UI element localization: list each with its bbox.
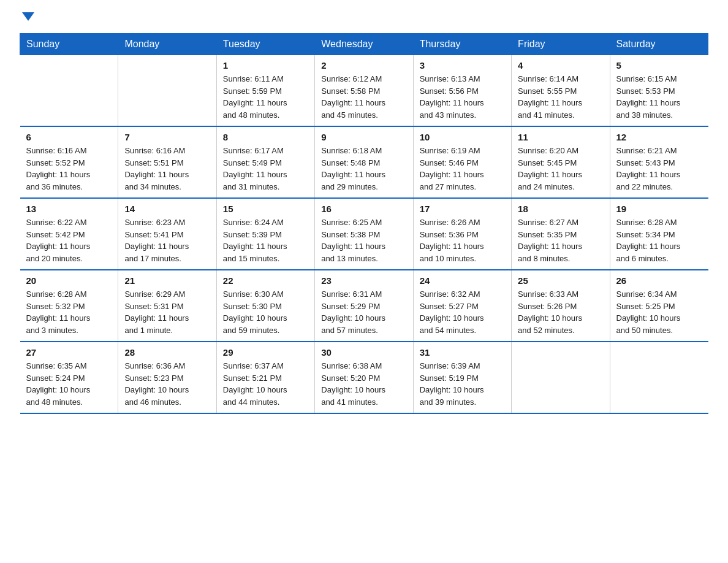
day-cell-2-6: 19Sunrise: 6:28 AM Sunset: 5:34 PM Dayli… [610,198,708,270]
day-info: Sunrise: 6:34 AM Sunset: 5:25 PM Dayligh… [616,288,702,336]
day-cell-4-1: 28Sunrise: 6:36 AM Sunset: 5:23 PM Dayli… [118,342,216,413]
col-thursday: Thursday [413,34,511,55]
day-cell-3-6: 26Sunrise: 6:34 AM Sunset: 5:25 PM Dayli… [610,270,708,342]
day-cell-3-5: 25Sunrise: 6:33 AM Sunset: 5:26 PM Dayli… [512,270,610,342]
logo [20,15,34,23]
day-cell-0-5: 4Sunrise: 6:14 AM Sunset: 5:55 PM Daylig… [512,55,610,127]
day-info: Sunrise: 6:22 AM Sunset: 5:42 PM Dayligh… [26,216,112,264]
day-info: Sunrise: 6:33 AM Sunset: 5:26 PM Dayligh… [518,288,603,336]
day-info: Sunrise: 6:21 AM Sunset: 5:43 PM Dayligh… [616,145,702,193]
day-cell-1-1: 7Sunrise: 6:16 AM Sunset: 5:51 PM Daylig… [118,126,216,198]
day-cell-1-4: 10Sunrise: 6:19 AM Sunset: 5:46 PM Dayli… [413,126,511,198]
day-number: 26 [616,275,702,286]
col-saturday: Saturday [610,34,708,55]
day-cell-4-0: 27Sunrise: 6:35 AM Sunset: 5:24 PM Dayli… [20,342,118,413]
day-number: 17 [420,204,505,214]
col-monday: Monday [118,34,216,55]
day-cell-0-3: 2Sunrise: 6:12 AM Sunset: 5:58 PM Daylig… [315,55,413,127]
day-info: Sunrise: 6:23 AM Sunset: 5:41 PM Dayligh… [124,216,210,264]
day-info: Sunrise: 6:39 AM Sunset: 5:19 PM Dayligh… [420,360,505,408]
day-info: Sunrise: 6:36 AM Sunset: 5:23 PM Dayligh… [124,360,210,408]
day-number: 30 [321,347,406,358]
day-info: Sunrise: 6:37 AM Sunset: 5:21 PM Dayligh… [223,360,308,408]
day-info: Sunrise: 6:35 AM Sunset: 5:24 PM Dayligh… [26,360,112,408]
day-info: Sunrise: 6:30 AM Sunset: 5:30 PM Dayligh… [223,288,308,336]
day-number: 15 [223,204,308,214]
week-row-3: 13Sunrise: 6:22 AM Sunset: 5:42 PM Dayli… [20,198,708,270]
day-info: Sunrise: 6:32 AM Sunset: 5:27 PM Dayligh… [420,288,505,336]
day-number: 2 [321,60,406,71]
day-cell-4-3: 30Sunrise: 6:38 AM Sunset: 5:20 PM Dayli… [315,342,413,413]
day-number: 14 [124,204,210,214]
day-info: Sunrise: 6:16 AM Sunset: 5:51 PM Dayligh… [124,145,210,193]
day-cell-4-5 [512,342,610,413]
day-info: Sunrise: 6:16 AM Sunset: 5:52 PM Dayligh… [26,145,112,193]
day-number: 27 [26,347,112,358]
day-cell-3-4: 24Sunrise: 6:32 AM Sunset: 5:27 PM Dayli… [413,270,511,342]
day-cell-1-3: 9Sunrise: 6:18 AM Sunset: 5:48 PM Daylig… [315,126,413,198]
day-info: Sunrise: 6:15 AM Sunset: 5:53 PM Dayligh… [616,73,702,121]
day-info: Sunrise: 6:38 AM Sunset: 5:20 PM Dayligh… [321,360,406,408]
day-cell-2-2: 15Sunrise: 6:24 AM Sunset: 5:39 PM Dayli… [216,198,314,270]
day-cell-2-4: 17Sunrise: 6:26 AM Sunset: 5:36 PM Dayli… [413,198,511,270]
day-number: 7 [124,132,210,142]
day-number: 23 [321,275,406,286]
week-row-4: 20Sunrise: 6:28 AM Sunset: 5:32 PM Dayli… [20,270,708,342]
day-cell-4-2: 29Sunrise: 6:37 AM Sunset: 5:21 PM Dayli… [216,342,314,413]
col-friday: Friday [512,34,610,55]
day-info: Sunrise: 6:29 AM Sunset: 5:31 PM Dayligh… [124,288,210,336]
day-info: Sunrise: 6:28 AM Sunset: 5:34 PM Dayligh… [616,216,702,264]
calendar-header: Sunday Monday Tuesday Wednesday Thursday… [20,34,708,55]
day-info: Sunrise: 6:26 AM Sunset: 5:36 PM Dayligh… [420,216,505,264]
day-number: 18 [518,204,603,214]
day-number: 6 [26,132,112,142]
day-number: 1 [223,60,308,71]
col-wednesday: Wednesday [315,34,413,55]
day-info: Sunrise: 6:25 AM Sunset: 5:38 PM Dayligh… [321,216,406,264]
day-number: 31 [420,347,505,358]
day-info: Sunrise: 6:31 AM Sunset: 5:29 PM Dayligh… [321,288,406,336]
day-info: Sunrise: 6:18 AM Sunset: 5:48 PM Dayligh… [321,145,406,193]
calendar-table: Sunday Monday Tuesday Wednesday Thursday… [20,33,708,414]
day-number: 29 [223,347,308,358]
col-tuesday: Tuesday [216,34,314,55]
day-info: Sunrise: 6:11 AM Sunset: 5:59 PM Dayligh… [223,73,308,121]
day-cell-1-5: 11Sunrise: 6:20 AM Sunset: 5:45 PM Dayli… [512,126,610,198]
week-row-2: 6Sunrise: 6:16 AM Sunset: 5:52 PM Daylig… [20,126,708,198]
day-info: Sunrise: 6:19 AM Sunset: 5:46 PM Dayligh… [420,145,505,193]
day-cell-2-3: 16Sunrise: 6:25 AM Sunset: 5:38 PM Dayli… [315,198,413,270]
week-row-5: 27Sunrise: 6:35 AM Sunset: 5:24 PM Dayli… [20,342,708,413]
day-cell-0-0 [20,55,118,127]
day-cell-3-3: 23Sunrise: 6:31 AM Sunset: 5:29 PM Dayli… [315,270,413,342]
day-info: Sunrise: 6:27 AM Sunset: 5:35 PM Dayligh… [518,216,603,264]
day-cell-1-2: 8Sunrise: 6:17 AM Sunset: 5:49 PM Daylig… [216,126,314,198]
day-cell-1-0: 6Sunrise: 6:16 AM Sunset: 5:52 PM Daylig… [20,126,118,198]
day-cell-4-4: 31Sunrise: 6:39 AM Sunset: 5:19 PM Dayli… [413,342,511,413]
day-cell-2-0: 13Sunrise: 6:22 AM Sunset: 5:42 PM Dayli… [20,198,118,270]
day-info: Sunrise: 6:20 AM Sunset: 5:45 PM Dayligh… [518,145,603,193]
day-number: 11 [518,132,603,142]
calendar-body: 1Sunrise: 6:11 AM Sunset: 5:59 PM Daylig… [20,55,708,414]
days-of-week-row: Sunday Monday Tuesday Wednesday Thursday… [20,34,708,55]
day-cell-3-1: 21Sunrise: 6:29 AM Sunset: 5:31 PM Dayli… [118,270,216,342]
day-cell-1-6: 12Sunrise: 6:21 AM Sunset: 5:43 PM Dayli… [610,126,708,198]
day-cell-3-2: 22Sunrise: 6:30 AM Sunset: 5:30 PM Dayli… [216,270,314,342]
day-number: 24 [420,275,505,286]
logo-triangle-icon [22,12,34,21]
day-number: 20 [26,275,112,286]
day-number: 12 [616,132,702,142]
col-sunday: Sunday [20,34,118,55]
day-number: 21 [124,275,210,286]
day-number: 9 [321,132,406,142]
day-cell-3-0: 20Sunrise: 6:28 AM Sunset: 5:32 PM Dayli… [20,270,118,342]
day-number: 8 [223,132,308,142]
day-number: 13 [26,204,112,214]
day-number: 5 [616,60,702,71]
day-cell-0-2: 1Sunrise: 6:11 AM Sunset: 5:59 PM Daylig… [216,55,314,127]
day-info: Sunrise: 6:13 AM Sunset: 5:56 PM Dayligh… [420,73,505,121]
day-cell-2-5: 18Sunrise: 6:27 AM Sunset: 5:35 PM Dayli… [512,198,610,270]
day-number: 16 [321,204,406,214]
day-number: 10 [420,132,505,142]
day-info: Sunrise: 6:24 AM Sunset: 5:39 PM Dayligh… [223,216,308,264]
day-number: 22 [223,275,308,286]
